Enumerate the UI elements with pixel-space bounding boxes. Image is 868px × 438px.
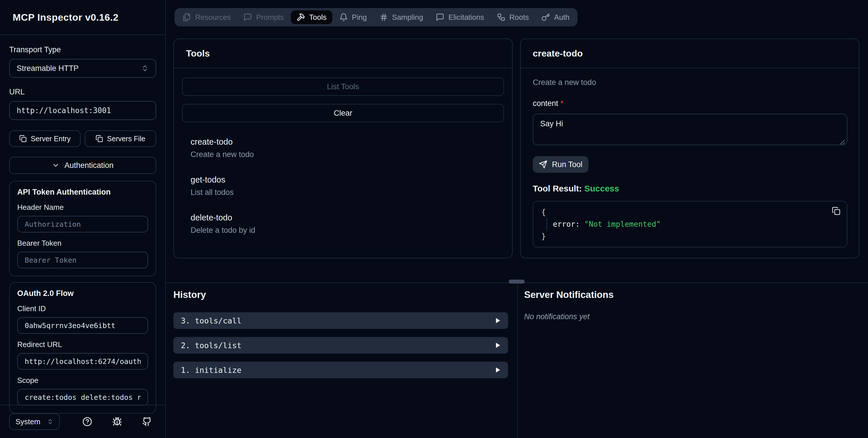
- app-title: MCP Inspector v0.16.2: [12, 12, 119, 23]
- list-tools-button[interactable]: List Tools: [182, 77, 504, 96]
- api-token-title: API Token Authentication: [17, 188, 148, 197]
- tab-roots[interactable]: Roots: [491, 10, 535, 24]
- server-entry-button[interactable]: Server Entry: [9, 130, 81, 147]
- json-error-row[interactable]: error: "Not implemented": [541, 218, 839, 230]
- tab-label: Prompts: [256, 13, 284, 22]
- clear-button[interactable]: Clear: [182, 104, 504, 122]
- transport-type-label: Transport Type: [9, 45, 156, 54]
- tools-panel-title: Tools: [186, 48, 210, 59]
- tool-run-panel-title: create-todo: [533, 48, 583, 59]
- history-entry-tools-list[interactable]: 2. tools/list: [174, 337, 508, 354]
- header-name-label: Header Name: [17, 203, 148, 212]
- history-entry-initialize[interactable]: 1. initialize: [174, 362, 508, 378]
- tool-description: Create a new todo: [191, 150, 495, 159]
- field-label-text: content: [533, 99, 558, 107]
- authentication-toggle[interactable]: Authentication: [9, 157, 156, 174]
- transport-type-select[interactable]: Streamable HTTP: [9, 59, 156, 78]
- servers-file-button[interactable]: Servers File: [85, 130, 156, 147]
- tab-tools[interactable]: Tools: [291, 10, 332, 24]
- redirect-url-label: Redirect URL: [17, 340, 148, 349]
- history-entry-tools-call[interactable]: 3. tools/call: [174, 312, 508, 329]
- history-list: 3. tools/call 2. tools/list 1. initializ…: [174, 312, 511, 378]
- redirect-url-input[interactable]: [17, 353, 148, 370]
- tool-description: Delete a todo by id: [191, 226, 495, 235]
- history-title: History: [174, 289, 511, 300]
- workflow-icon: [497, 13, 505, 22]
- tab-label: Ping: [352, 13, 367, 22]
- content-field[interactable]: Say Hi: [533, 114, 847, 145]
- chevrons-up-down-icon: [141, 65, 149, 72]
- tab-label: Sampling: [392, 13, 423, 22]
- url-input[interactable]: [9, 101, 156, 120]
- tab-label: Roots: [509, 13, 529, 22]
- chevrons-up-down-icon: [47, 418, 53, 425]
- url-label: URL: [9, 88, 156, 96]
- result-json-viewer: { error: "Not implemented" }: [533, 201, 847, 247]
- vertical-divider: [517, 283, 518, 438]
- tool-name: delete-todo: [191, 213, 495, 222]
- tool-result-status: Success: [584, 184, 619, 193]
- copy-result-button[interactable]: [832, 207, 840, 215]
- tab-prompts[interactable]: Prompts: [238, 10, 290, 24]
- tab-label: Auth: [554, 13, 569, 22]
- tool-description: List all todos: [191, 188, 495, 197]
- client-id-label: Client ID: [17, 304, 148, 313]
- content-field-label: content*: [533, 99, 847, 108]
- copy-icon: [96, 135, 103, 143]
- tool-result-label: Tool Result:: [533, 184, 582, 193]
- list-item[interactable]: get-todos List all todos: [191, 175, 495, 197]
- send-icon: [539, 160, 547, 169]
- tool-result-line: Tool Result: Success: [533, 184, 847, 193]
- history-entry-label: 2. tools/list: [181, 341, 241, 350]
- mcp-inspector-app: MCP Inspector v0.16.2 Transport Type Str…: [0, 0, 868, 438]
- tab-label: Tools: [309, 13, 327, 22]
- expand-arrow-icon: [495, 367, 501, 373]
- tools-panel-header: Tools: [174, 39, 512, 68]
- theme-select[interactable]: System: [9, 413, 60, 430]
- bearer-token-input[interactable]: [17, 252, 148, 269]
- json-close-brace: }: [541, 230, 839, 242]
- sidebar-actions: Server Entry Servers File: [9, 130, 156, 147]
- panel-resize-handle[interactable]: [508, 280, 525, 284]
- client-id-input[interactable]: [17, 317, 148, 334]
- tools-panel-body: List Tools Clear create-todo Create a ne…: [174, 68, 512, 235]
- tab-sampling[interactable]: Sampling: [374, 10, 429, 24]
- resize-grip-icon[interactable]: [840, 139, 845, 145]
- bearer-token-label: Bearer Token: [17, 239, 148, 248]
- tab-ping[interactable]: Ping: [334, 10, 373, 24]
- hash-icon: [379, 13, 388, 22]
- list-item[interactable]: delete-todo Delete a todo by id: [191, 213, 495, 235]
- tool-list: create-todo Create a new todo get-todos …: [182, 122, 504, 235]
- tool-run-panel-body: Create a new todo content* Say Hi Run To…: [521, 68, 859, 247]
- server-entry-label: Server Entry: [31, 135, 71, 143]
- help-button[interactable]: [82, 416, 92, 427]
- tool-run-panel: create-todo Create a new todo content* S…: [520, 38, 859, 258]
- message-square-icon: [243, 13, 252, 22]
- oauth-card: OAuth 2.0 Flow Client ID Redirect URL Sc…: [9, 282, 156, 414]
- json-value: "Not implemented": [584, 220, 661, 228]
- no-notifications-message: No notifications yet: [524, 312, 846, 321]
- api-token-card: API Token Authentication Header Name Bea…: [9, 181, 156, 276]
- tab-resources[interactable]: Resources: [177, 10, 237, 24]
- scope-input[interactable]: [17, 389, 148, 406]
- theme-value: System: [16, 417, 40, 426]
- tools-panel: Tools List Tools Clear create-todo Creat…: [174, 38, 513, 258]
- tool-name: get-todos: [191, 175, 495, 185]
- github-button[interactable]: [142, 416, 152, 427]
- report-bug-button[interactable]: [112, 416, 122, 427]
- tab-elicitations[interactable]: Elicitations: [430, 10, 490, 24]
- run-tool-button[interactable]: Run Tool: [533, 156, 588, 173]
- tab-auth[interactable]: Auth: [536, 10, 575, 24]
- content-field-wrap: Say Hi: [533, 114, 847, 148]
- files-icon: [183, 13, 191, 22]
- transport-type-value: Streamable HTTP: [17, 64, 79, 73]
- expand-arrow-icon: [495, 317, 501, 324]
- list-item[interactable]: create-todo Create a new todo: [191, 137, 495, 159]
- history-panel: History 3. tools/call 2. tools/list 1. i…: [174, 289, 511, 386]
- header-name-input[interactable]: [17, 216, 148, 232]
- copy-icon: [19, 135, 27, 143]
- history-entry-label: 3. tools/call: [181, 316, 241, 325]
- bell-icon: [339, 13, 348, 22]
- expand-arrow-icon: [495, 342, 501, 348]
- help-circle-icon: [82, 417, 92, 427]
